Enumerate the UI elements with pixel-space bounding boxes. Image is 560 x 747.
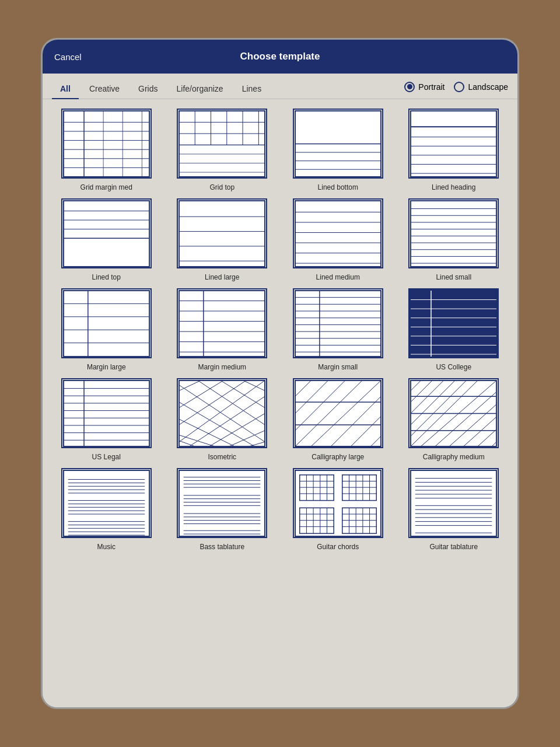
template-thumb-margin-medium <box>177 288 267 358</box>
svg-rect-123 <box>295 381 381 446</box>
template-label-grid-margin-med: Grid margin med <box>80 183 132 191</box>
template-lined-medium[interactable]: Lined medium <box>284 198 393 281</box>
template-thumb-guitar-chords <box>293 468 383 538</box>
portrait-radio[interactable] <box>404 82 415 92</box>
template-label-music: Music <box>97 543 116 551</box>
template-guitar-tablature[interactable]: Guitar tablature <box>400 468 509 551</box>
svg-rect-45 <box>295 201 381 267</box>
template-label-lined-small: Lined small <box>436 273 471 281</box>
template-label-calligraphy-medium: Calligraphy medium <box>423 453 485 461</box>
template-lined-top[interactable]: Lined top <box>52 198 161 281</box>
device-frame: Cancel Choose template All Creative Grid… <box>41 38 519 709</box>
svg-rect-87 <box>411 291 496 357</box>
template-thumb-us-legal <box>61 378 152 448</box>
svg-rect-35 <box>64 201 149 267</box>
landscape-option[interactable]: Landscape <box>454 82 508 92</box>
template-label-margin-large: Margin large <box>87 363 126 371</box>
cancel-button[interactable]: Cancel <box>54 52 82 62</box>
tab-creative[interactable]: Creative <box>81 79 128 99</box>
tab-group: All Creative Grids Life/organize Lines <box>52 79 402 99</box>
template-margin-medium[interactable]: Margin medium <box>168 288 277 371</box>
template-us-legal[interactable]: US Legal <box>52 378 161 461</box>
template-lined-bottom[interactable]: Lined bottom <box>284 109 393 191</box>
template-grid-margin-med[interactable]: Grid margin med <box>52 109 161 191</box>
template-label-margin-medium: Margin medium <box>198 363 246 371</box>
template-thumb-lined-small <box>408 198 499 268</box>
tab-lines[interactable]: Lines <box>234 79 270 99</box>
svg-rect-28 <box>411 111 496 177</box>
svg-rect-96 <box>64 381 149 446</box>
template-us-college[interactable]: US College <box>400 288 509 371</box>
template-thumb-margin-small <box>293 288 383 358</box>
template-label-lined-medium: Lined medium <box>316 273 360 281</box>
template-calligraphy-medium[interactable]: Calligraphy medium <box>400 378 509 461</box>
template-label-lined-heading: Lined heading <box>432 183 475 191</box>
template-thumb-bass-tablature <box>177 468 267 538</box>
portrait-option[interactable]: Portrait <box>404 82 444 92</box>
template-thumb-grid-top <box>177 109 267 179</box>
template-label-grid-top: Grid top <box>209 183 235 191</box>
template-grid-top[interactable]: Grid top <box>168 109 277 191</box>
template-thumb-margin-large <box>61 288 152 358</box>
template-bass-tablature[interactable]: Bass tablature <box>168 468 277 551</box>
template-label-lined-large: Lined large <box>205 273 239 281</box>
template-label-calligraphy-large: Calligraphy large <box>312 453 364 461</box>
svg-rect-76 <box>295 291 381 357</box>
template-label-lined-top: Lined top <box>92 273 121 281</box>
header: Cancel Choose template <box>43 40 517 74</box>
template-thumb-isometric <box>177 378 267 448</box>
template-label-us-legal: US Legal <box>92 453 121 461</box>
template-lined-heading[interactable]: Lined heading <box>400 109 509 191</box>
orientation-group: Portrait Landscape <box>404 82 508 97</box>
tabs-bar: All Creative Grids Life/organize Lines P… <box>43 74 517 99</box>
template-lined-small[interactable]: Lined small <box>400 198 509 281</box>
template-label-isometric: Isometric <box>208 453 236 461</box>
tab-life-organize[interactable]: Life/organize <box>168 79 231 99</box>
template-thumb-lined-medium <box>293 198 383 268</box>
svg-rect-167 <box>179 470 265 536</box>
svg-rect-0 <box>64 111 149 177</box>
template-margin-large[interactable]: Margin large <box>52 288 161 371</box>
tab-grids[interactable]: Grids <box>130 79 166 99</box>
svg-rect-40 <box>179 201 265 267</box>
template-thumb-calligraphy-large <box>293 378 383 448</box>
template-grid-container: Grid margin med <box>43 99 517 707</box>
tab-all[interactable]: All <box>52 79 79 99</box>
template-thumb-guitar-tablature <box>408 468 499 538</box>
template-music[interactable]: Music <box>52 468 161 551</box>
svg-rect-52 <box>411 201 496 267</box>
template-thumb-lined-top <box>61 198 152 268</box>
template-thumb-calligraphy-medium <box>408 378 499 448</box>
template-label-guitar-chords: Guitar chords <box>317 543 359 551</box>
template-thumb-music <box>61 468 152 538</box>
template-grid: Grid margin med <box>52 109 508 551</box>
template-label-margin-small: Margin small <box>318 363 358 371</box>
svg-rect-62 <box>64 291 149 357</box>
template-thumb-lined-large <box>177 198 267 268</box>
template-label-guitar-tablature: Guitar tablature <box>429 543 478 551</box>
template-thumb-grid-margin-med <box>61 109 152 179</box>
svg-rect-151 <box>64 470 149 536</box>
template-lined-large[interactable]: Lined large <box>168 198 277 281</box>
template-guitar-chords[interactable]: Guitar chords <box>284 468 393 551</box>
template-isometric[interactable]: Isometric <box>168 378 277 461</box>
portrait-label: Portrait <box>418 82 444 92</box>
svg-rect-11 <box>179 111 265 177</box>
template-label-bass-tablature: Bass tablature <box>200 543 244 551</box>
template-label-us-college: US College <box>436 363 471 371</box>
landscape-radio[interactable] <box>454 82 464 92</box>
svg-rect-68 <box>179 291 265 357</box>
template-thumb-lined-heading <box>408 109 499 179</box>
page-title: Choose template <box>240 51 320 62</box>
svg-rect-215 <box>411 470 496 536</box>
template-margin-small[interactable]: Margin small <box>284 288 393 371</box>
landscape-label: Landscape <box>468 82 508 92</box>
template-thumb-us-college <box>408 288 499 358</box>
template-thumb-lined-bottom <box>293 109 383 179</box>
template-label-lined-bottom: Lined bottom <box>318 183 358 191</box>
template-calligraphy-large[interactable]: Calligraphy large <box>284 378 393 461</box>
